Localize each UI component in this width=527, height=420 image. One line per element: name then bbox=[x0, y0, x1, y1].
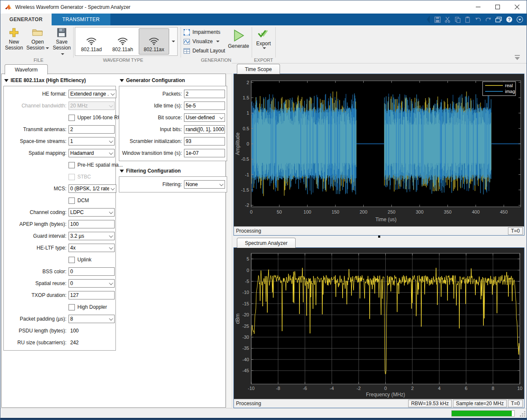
input-bss-color[interactable]: 0 bbox=[69, 267, 115, 276]
progress-bar bbox=[451, 410, 515, 417]
collapse-ribbon-button[interactable] bbox=[514, 55, 521, 61]
window-title: Wireless Waveform Generator - Spectrum A… bbox=[15, 4, 130, 10]
chevron-down-icon[interactable] bbox=[107, 315, 114, 323]
input-apep-length-bytes[interactable]: 100 bbox=[69, 220, 115, 228]
cut-icon[interactable] bbox=[445, 16, 451, 23]
maximize-button[interactable] bbox=[488, 0, 507, 14]
layout-windows-icon[interactable] bbox=[495, 16, 502, 23]
chevron-down-icon[interactable] bbox=[218, 181, 225, 188]
default-layout-button[interactable]: Default Layout bbox=[183, 47, 225, 55]
checkbox-pre-he-spatial-ma[interactable]: Pre-HE spatial ma... bbox=[69, 162, 123, 168]
checkbox-upper-106-tone-ru[interactable]: Upper 106-tone RU bbox=[69, 115, 121, 121]
checkbox-high-doppler[interactable]: High Doppler bbox=[69, 304, 107, 310]
paste-icon[interactable] bbox=[465, 16, 471, 23]
dropdown-channel-coding[interactable]: LDPC bbox=[69, 208, 115, 217]
filtering-section-title: Filtering Configuration bbox=[126, 168, 181, 174]
generate-button[interactable]: Generate bbox=[227, 29, 250, 49]
dropdown-mcs[interactable]: 0 (BPSK, 1/2 rate) bbox=[69, 184, 116, 193]
dropdown-guard-interval[interactable]: 3.2 µs bbox=[69, 232, 115, 240]
close-button[interactable] bbox=[507, 0, 527, 14]
field-label-mcs: MCS: bbox=[5, 186, 69, 192]
svg-text:5: 5 bbox=[247, 256, 249, 261]
checkbox-box-icon[interactable] bbox=[69, 257, 75, 263]
checkbox-box-icon[interactable] bbox=[69, 162, 75, 168]
checkbox-dcm[interactable]: DCM bbox=[69, 198, 89, 204]
input-transmit-antennas[interactable]: 2 bbox=[69, 125, 115, 134]
resize-grip[interactable] bbox=[520, 411, 526, 417]
visualize-button[interactable]: Visualize bbox=[183, 37, 220, 46]
chevron-down-icon[interactable] bbox=[107, 149, 114, 157]
time-scope-plot[interactable]: 05010015020025030035040045021.510.50-0.5… bbox=[234, 74, 524, 226]
section-header-generator-config[interactable]: Generator Configuration bbox=[120, 77, 227, 84]
help-icon[interactable]: ? bbox=[506, 16, 513, 23]
waveform-type-802-11ax[interactable]: 802.11ax bbox=[139, 28, 169, 55]
dropdown-he-ltf-type[interactable]: 4x bbox=[69, 244, 115, 252]
more-options-icon[interactable] bbox=[516, 16, 523, 23]
chevron-down-icon[interactable] bbox=[107, 232, 114, 240]
input-idle-time-s[interactable]: 5e-5 bbox=[184, 102, 225, 110]
svg-text:-1: -1 bbox=[245, 172, 249, 177]
chevron-down-icon[interactable] bbox=[107, 137, 114, 145]
field-label-transmit-antennas: Transmit antennas: bbox=[5, 126, 69, 132]
save-icon[interactable] bbox=[434, 16, 441, 23]
dropdown-filtering[interactable]: None bbox=[184, 180, 225, 189]
export-button[interactable]: Export bbox=[254, 29, 273, 49]
undo-icon[interactable] bbox=[475, 16, 481, 23]
input-input-bits[interactable]: randi([0, 1], 1000, 1 bbox=[184, 125, 225, 134]
checkbox-box-icon[interactable] bbox=[69, 115, 75, 121]
dropdown-he-format[interactable]: Extended range ... bbox=[69, 90, 116, 98]
impairments-button[interactable]: Impairments bbox=[183, 28, 220, 36]
dropdown-packet-padding-s[interactable]: 8 bbox=[69, 315, 115, 323]
dropdown-bit-source[interactable]: User-defined bbox=[184, 113, 225, 122]
field-row: Pre-HE spatial ma... bbox=[5, 159, 115, 171]
tab-time-scope[interactable]: Time Scope bbox=[237, 64, 280, 74]
tab-transmitter[interactable]: TRANSMITTER bbox=[52, 14, 110, 25]
checkbox-box-icon[interactable] bbox=[69, 304, 75, 310]
new-session-button[interactable]: NewSession bbox=[3, 27, 25, 51]
minimize-button[interactable] bbox=[468, 0, 488, 14]
chevron-down-icon[interactable] bbox=[107, 280, 114, 287]
field-label-channel-bandwidth: Channel bandwidth: bbox=[5, 103, 69, 109]
tab-spectrum-analyzer[interactable]: Spectrum Analyzer bbox=[237, 238, 296, 248]
open-session-label2: Session bbox=[26, 45, 44, 51]
open-session-button[interactable]: OpenSession bbox=[26, 27, 49, 51]
field-label-channel-coding: Channel coding: bbox=[5, 209, 69, 215]
checkbox-label: Uplink bbox=[77, 257, 91, 263]
redo-icon[interactable] bbox=[485, 16, 491, 23]
checkbox-uplink[interactable]: Uplink bbox=[69, 257, 91, 263]
copy-icon[interactable] bbox=[455, 16, 461, 23]
field-row: HE format:Extended range ... bbox=[5, 88, 115, 100]
visualize-icon bbox=[183, 38, 190, 45]
field-row: Packet padding (µs):8 bbox=[5, 313, 115, 325]
waveform-type-802-11ad[interactable]: 802.11ad bbox=[76, 28, 107, 55]
field-label-he-format: HE format: bbox=[5, 91, 69, 97]
gallery-dropdown-button[interactable] bbox=[170, 27, 178, 56]
chevron-down-icon[interactable] bbox=[107, 244, 114, 252]
section-header-filtering-config[interactable]: Filtering Configuration bbox=[120, 167, 227, 175]
chevron-down-icon[interactable] bbox=[109, 185, 116, 192]
chevron-down-icon[interactable] bbox=[218, 114, 225, 121]
input-txop-duration[interactable]: 127 bbox=[69, 291, 115, 299]
section-header-ieee[interactable]: IEEE 802.11ax (High Efficiency) bbox=[4, 77, 116, 84]
field-row: Uplink bbox=[5, 254, 115, 266]
collapse-triangle-icon bbox=[120, 170, 124, 173]
tab-generator[interactable]: GENERATOR bbox=[0, 14, 52, 25]
input-window-transition-time-s[interactable]: 1e-07 bbox=[184, 149, 225, 157]
dropdown-space-time-streams[interactable]: 1 bbox=[69, 137, 115, 145]
chevron-down-icon[interactable] bbox=[109, 90, 116, 98]
svg-text:-35: -35 bbox=[242, 346, 249, 351]
input-packets[interactable]: 2 bbox=[184, 90, 225, 98]
chevron-down-icon[interactable] bbox=[107, 209, 114, 216]
dropdown-value: Hadamard bbox=[69, 150, 107, 156]
dropdown-spatial-mapping[interactable]: Hadamard bbox=[69, 149, 115, 157]
field-label-scrambler-initialization: Scrambler initialization: bbox=[120, 138, 184, 144]
save-session-button[interactable]: SaveSession bbox=[51, 27, 72, 57]
dropdown-spatial-reuse[interactable]: 0 bbox=[69, 279, 115, 288]
app-status-bar bbox=[0, 408, 527, 418]
spectrum-analyzer-plot[interactable]: -10-8-6-4-2024681050-5-10-15-20-25-30-35… bbox=[234, 248, 524, 398]
waveform-type-802-11ah[interactable]: 802.11ah bbox=[107, 28, 138, 55]
checkbox-label: Pre-HE spatial ma... bbox=[77, 162, 123, 168]
tab-waveform[interactable]: Waveform bbox=[5, 64, 48, 74]
checkbox-box-icon[interactable] bbox=[69, 198, 75, 204]
input-scrambler-initialization[interactable]: 93 bbox=[184, 137, 225, 145]
